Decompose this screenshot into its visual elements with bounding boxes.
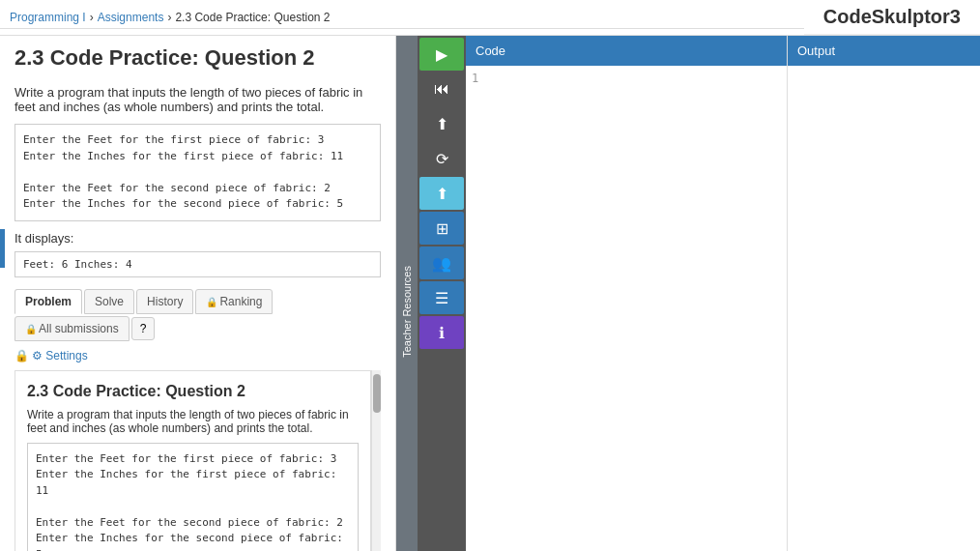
code-editor-area: Code 1 — [466, 36, 787, 551]
toolbar: ▶ ⏮ ⬆ ⟳ ⬆ ⊞ 👥 ☰ ℹ — [418, 36, 466, 551]
left-panel: 2.3 Code Practice: Question 2 Write a pr… — [0, 36, 396, 551]
breadcrumb: Programming I › Assignments › 2.3 Code P… — [0, 7, 804, 29]
display-sample: Feet: 6 Inches: 4 — [14, 251, 381, 277]
breadcrumb-assignments[interactable]: Assignments — [98, 11, 164, 24]
upload-button[interactable]: ⬆ — [419, 107, 464, 140]
code-input[interactable] — [486, 72, 781, 551]
breadcrumb-current: 2.3 Code Practice: Question 2 — [175, 11, 330, 24]
problem-code-box: Enter the Feet for the first piece of fa… — [27, 443, 359, 552]
it-displays-label: It displays: — [14, 231, 381, 246]
output-area: Output — [787, 36, 980, 551]
tab-all-submissions[interactable]: 🔒All submissions — [14, 316, 130, 341]
app-title: CodeSkulptor3 — [804, 0, 980, 35]
active-indicator — [0, 229, 5, 268]
grid-button[interactable]: ⊞ — [419, 212, 464, 245]
tab-problem[interactable]: Problem — [14, 289, 82, 314]
output-header: Output — [788, 36, 980, 66]
code-sample: Enter the Feet for the first piece of fa… — [14, 124, 381, 221]
scroll-thumb — [373, 374, 381, 413]
settings-link[interactable]: 🔒 ⚙ Settings — [14, 349, 381, 362]
tabs-bar: Problem Solve History 🔒Ranking 🔒All subm… — [14, 289, 381, 341]
scroll-indicator[interactable] — [371, 370, 381, 552]
tab-ranking[interactable]: 🔒Ranking — [195, 289, 273, 314]
breadcrumb-programming[interactable]: Programming I — [10, 11, 86, 24]
settings-label: ⚙ Settings — [32, 349, 88, 362]
menu-button[interactable]: ☰ — [419, 281, 464, 314]
teacher-resources-sidebar[interactable]: Teacher Resources — [396, 36, 418, 551]
tab-history[interactable]: History — [136, 289, 193, 314]
info-button[interactable]: ℹ — [419, 316, 464, 349]
line-numbers: 1 — [472, 72, 486, 551]
problem-description: Write a program that inputs the length o… — [14, 85, 381, 114]
tab-solve[interactable]: Solve — [84, 289, 134, 314]
refresh-button[interactable]: ⟳ — [419, 142, 464, 175]
problem-panel-desc: Write a program that inputs the length o… — [27, 408, 359, 435]
problem-panel: 2.3 Code Practice: Question 2 Write a pr… — [14, 370, 381, 552]
run-button[interactable]: ▶ — [419, 38, 464, 71]
code-body: 1 — [466, 66, 787, 551]
lock-icon: 🔒 — [14, 349, 29, 362]
restart-button[interactable]: ⏮ — [419, 72, 464, 105]
problem-panel-title: 2.3 Code Practice: Question 2 — [27, 383, 359, 400]
teacher-resources-label: Teacher Resources — [401, 266, 413, 358]
code-header: Code — [466, 36, 787, 66]
submit-code-button[interactable]: ⬆ — [419, 177, 464, 210]
page-title: 2.3 Code Practice: Question 2 — [14, 45, 381, 71]
tab-help[interactable]: ? — [131, 317, 156, 340]
users-button[interactable]: 👥 — [419, 246, 464, 279]
output-body — [788, 66, 980, 551]
